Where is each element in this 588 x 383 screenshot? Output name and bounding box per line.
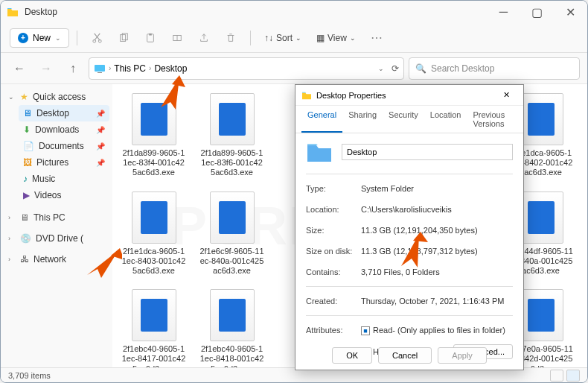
network-icon: 🖧 xyxy=(20,254,29,265)
video-icon: ▶ xyxy=(23,190,30,200)
view-label: View xyxy=(327,33,347,43)
forward-button[interactable]: → xyxy=(35,57,57,80)
sidebar-item-pictures[interactable]: 🖼Pictures📌 xyxy=(19,154,109,171)
rename-button[interactable] xyxy=(165,26,189,50)
document-icon: 📄 xyxy=(23,141,34,151)
cancel-button[interactable]: Cancel xyxy=(378,347,432,364)
tabs: General Sharing Security Location Previo… xyxy=(295,106,523,133)
view-dropdown[interactable]: ▦ View ⌄ xyxy=(310,29,362,47)
file-item[interactable]: 2f1ebc40-9605-11ec-8418-001c425ac6d3.exe xyxy=(196,286,267,367)
file-item[interactable]: 2f1ebc40-9605-11ec-8417-001c425ac6d3.exe xyxy=(118,286,189,367)
cut-button[interactable] xyxy=(85,26,109,50)
size-value: 11.3 GB (12,191,204,350 bytes) xyxy=(361,226,513,235)
toolbar: + New ⌄ ↑↓ Sort ⌄ ▦ View ⌄ ⋯ xyxy=(1,23,587,53)
readonly-label-prefix: Read- xyxy=(373,326,395,335)
details-view-button[interactable] xyxy=(550,370,563,382)
sidebar-item-documents[interactable]: 📄Documents📌 xyxy=(19,138,109,154)
minimize-button[interactable]: ─ xyxy=(487,1,520,23)
file-item[interactable]: 2f1da899-9605-11ec-83f4-001c425ac6d3.exe xyxy=(118,90,189,181)
file-item[interactable]: 2f1e6c9f-9605-11ec-840a-001c425ac6d3.exe xyxy=(196,189,267,279)
sidebar-this-pc[interactable]: › 🖥 This PC xyxy=(4,209,109,226)
window-title: Desktop xyxy=(25,7,57,17)
sidebar-label: Quick access xyxy=(33,92,86,102)
ok-button[interactable]: OK xyxy=(332,347,372,364)
maximize-button[interactable]: ▢ xyxy=(520,1,554,23)
created-value: Thursday, October 7, 2021, 1:16:43 PM xyxy=(361,297,513,306)
readonly-checkbox[interactable]: ■ xyxy=(361,326,370,335)
more-button[interactable]: ⋯ xyxy=(365,26,389,50)
sidebar-item-music[interactable]: ♪Music xyxy=(19,171,109,187)
address-bar[interactable]: › This PC › Desktop ⌄ ⟳ xyxy=(89,57,404,80)
chevron-right-icon: › xyxy=(8,214,16,221)
folder-icon xyxy=(306,141,333,163)
sidebar-item-downloads[interactable]: ⬇Downloads📌 xyxy=(19,121,109,138)
file-name: 2f1e6c9f-9605-11ec-840a-001c425ac6d3.exe xyxy=(199,247,264,276)
star-icon: ★ xyxy=(20,92,28,102)
chevron-right-icon: › xyxy=(149,64,151,72)
sizeondisk-value: 11.3 GB (12,198,797,312 bytes) xyxy=(361,247,513,256)
paste-button[interactable] xyxy=(138,26,162,50)
back-button[interactable]: ← xyxy=(8,57,31,80)
exe-icon xyxy=(519,93,563,145)
readonly-label-suffix: (Only applies to files in folder) xyxy=(395,326,505,335)
dialog-title: Desktop Properties xyxy=(316,91,386,100)
chevron-down-icon: ⌄ xyxy=(295,34,301,42)
tab-sharing[interactable]: Sharing xyxy=(342,106,383,133)
file-item[interactable]: 2f1da899-9605-11ec-83f6-001c425ac6d3.exe xyxy=(196,90,267,181)
tab-security[interactable]: Security xyxy=(383,106,424,133)
properties-dialog: Desktop Properties ✕ General Sharing Sec… xyxy=(295,84,524,370)
pc-icon xyxy=(94,63,106,74)
file-item[interactable]: 2f1e1dca-9605-11ec-8403-001c425ac6d3.exe xyxy=(118,189,189,279)
apply-button[interactable]: Apply xyxy=(438,347,487,364)
exe-icon xyxy=(519,289,563,341)
sidebar-label: Desktop xyxy=(36,108,69,118)
exe-icon xyxy=(210,192,255,244)
breadcrumb-pc[interactable]: This PC xyxy=(114,63,146,74)
sidebar-quick-access[interactable]: ⌄ ★ Quick access xyxy=(4,89,109,105)
label: Location: xyxy=(306,205,361,214)
exe-icon xyxy=(132,93,176,145)
sidebar-label: DVD Drive ( xyxy=(36,233,83,244)
pc-icon: 🖥 xyxy=(20,212,29,223)
label: Type: xyxy=(306,184,361,193)
exe-icon xyxy=(132,192,176,244)
exe-icon xyxy=(519,192,563,244)
location-value: C:\Users\karolisliucveikis xyxy=(361,205,513,214)
refresh-icon[interactable]: ⟳ xyxy=(392,63,399,74)
close-button[interactable]: ✕ xyxy=(554,1,587,23)
exe-icon xyxy=(210,289,255,341)
sort-dropdown[interactable]: ↑↓ Sort ⌄ xyxy=(258,29,307,47)
desktop-icon: 🖥 xyxy=(23,108,32,118)
sidebar-item-videos[interactable]: ▶Videos xyxy=(19,187,109,203)
exe-icon xyxy=(210,93,255,145)
icons-view-button[interactable] xyxy=(566,370,580,382)
titlebar: Desktop ─ ▢ ✕ xyxy=(1,1,587,23)
sidebar-label: Pictures xyxy=(36,157,68,168)
dialog-close-button[interactable]: ✕ xyxy=(495,85,517,106)
copy-button[interactable] xyxy=(112,26,135,50)
delete-button[interactable] xyxy=(219,26,243,50)
file-name: 2f1da899-9605-11ec-83f4-001c425ac6d3.exe xyxy=(121,148,186,178)
folder-name-input[interactable] xyxy=(342,144,513,160)
sidebar-label: Music xyxy=(32,174,55,184)
label: Size: xyxy=(306,226,361,235)
dialog-buttons: OK Cancel Apply xyxy=(295,347,523,364)
breadcrumb-desktop[interactable]: Desktop xyxy=(154,63,187,74)
chevron-down-icon: ⌄ xyxy=(8,93,16,101)
tab-general[interactable]: General xyxy=(301,106,342,133)
search-icon: 🔍 xyxy=(415,63,426,74)
sidebar-item-desktop[interactable]: 🖥Desktop📌 xyxy=(19,105,109,121)
sidebar-dvd[interactable]: › 💿 DVD Drive ( xyxy=(4,230,109,247)
chevron-down-icon[interactable]: ⌄ xyxy=(378,65,384,72)
search-box[interactable]: 🔍 Search Desktop xyxy=(409,57,580,80)
up-button[interactable]: ↑ xyxy=(62,57,84,80)
separator xyxy=(250,31,251,45)
tab-location[interactable]: Location xyxy=(424,106,467,133)
new-button[interactable]: + New ⌄ xyxy=(10,28,69,48)
tab-previous-versions[interactable]: Previous Versions xyxy=(467,106,517,133)
sidebar-label: Documents xyxy=(39,141,84,151)
share-button[interactable] xyxy=(192,26,216,50)
svg-rect-7 xyxy=(95,65,105,72)
sidebar-network[interactable]: › 🖧 Network xyxy=(4,251,109,268)
separator xyxy=(77,31,77,45)
